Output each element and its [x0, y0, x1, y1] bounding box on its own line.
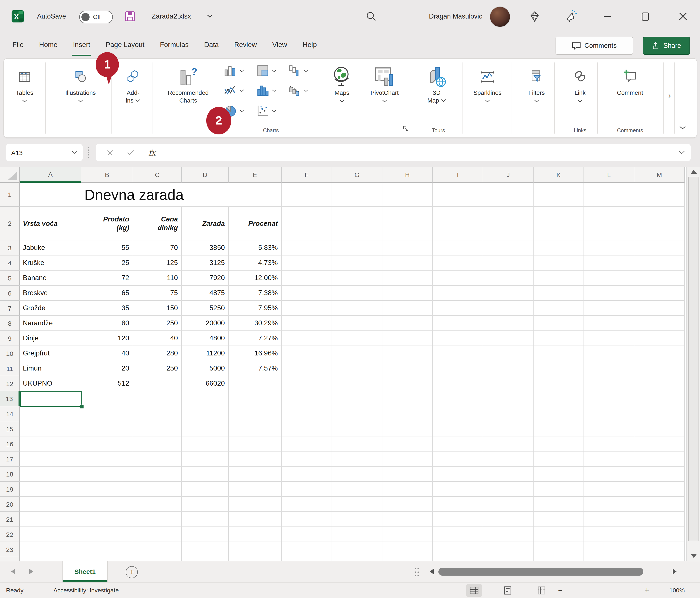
cell-H21[interactable] [382, 512, 433, 527]
row-header-17[interactable]: 17 [0, 452, 20, 467]
cell-I13[interactable] [433, 391, 483, 406]
cell-J22[interactable] [483, 527, 533, 542]
cell-F2[interactable] [282, 207, 332, 240]
row-header-22[interactable]: 22 [0, 527, 20, 542]
cell-F23[interactable] [282, 542, 332, 557]
hscroll-right-icon[interactable] [673, 569, 677, 574]
cell-F8[interactable] [282, 316, 332, 331]
cell-E4[interactable]: 4.73% [229, 256, 282, 270]
cell-G7[interactable] [332, 301, 382, 316]
cell-A20[interactable] [20, 497, 81, 512]
cell-H7[interactable] [382, 301, 433, 316]
insert-function-icon[interactable]: fx [148, 148, 156, 157]
cell-F21[interactable] [282, 512, 332, 527]
column-header-F[interactable]: F [282, 167, 332, 183]
cell-J14[interactable] [483, 406, 533, 421]
cell-H17[interactable] [382, 452, 433, 467]
cell-J18[interactable] [483, 467, 533, 482]
row-header-13[interactable]: 13 [0, 391, 20, 406]
cell-G14[interactable] [332, 406, 382, 421]
user-name[interactable]: Dragan Masulovic [406, 0, 482, 33]
cell-G6[interactable] [332, 286, 382, 301]
row-header-15[interactable]: 15 [0, 421, 20, 436]
cell-K6[interactable] [533, 286, 584, 301]
cell-G20[interactable] [332, 497, 382, 512]
cell-A4[interactable]: Kruške [20, 256, 81, 270]
row-header-18[interactable]: 18 [0, 467, 20, 482]
cell-E13[interactable] [229, 391, 282, 406]
cell-L9[interactable] [584, 331, 634, 346]
cell-H19[interactable] [382, 482, 433, 497]
insert-combo-chart-button[interactable] [288, 84, 308, 97]
cell-B6[interactable]: 65 [81, 286, 133, 301]
cell-B11[interactable]: 20 [81, 361, 133, 376]
cell-B14[interactable] [81, 406, 133, 421]
zoom-in-button[interactable]: + [645, 583, 649, 598]
cell-L12[interactable] [584, 376, 634, 391]
cell-E20[interactable] [229, 497, 282, 512]
cell-M24[interactable] [634, 557, 685, 561]
cell-D23[interactable] [182, 542, 229, 557]
cell-E7[interactable]: 7.95% [229, 301, 282, 316]
cell-F16[interactable] [282, 436, 332, 452]
cell-H3[interactable] [382, 240, 433, 256]
cell-B16[interactable] [81, 436, 133, 452]
row-header-3[interactable]: 3 [0, 240, 20, 256]
cell-H14[interactable] [382, 406, 433, 421]
row-header-12[interactable]: 12 [0, 376, 20, 391]
cell-K15[interactable] [533, 421, 584, 436]
cell-G23[interactable] [332, 542, 382, 557]
cell-M15[interactable] [634, 421, 685, 436]
cell-D6[interactable]: 4875 [182, 286, 229, 301]
cell-C22[interactable] [133, 527, 182, 542]
cell-A2[interactable]: Vrsta voća [20, 207, 81, 240]
cell-J4[interactable] [483, 256, 533, 270]
enter-check-icon[interactable] [127, 150, 134, 155]
cell-L5[interactable] [584, 270, 634, 286]
cell-L2[interactable] [584, 207, 634, 240]
cell-I4[interactable] [433, 256, 483, 270]
cell-F11[interactable] [282, 361, 332, 376]
cell-B13[interactable] [81, 391, 133, 406]
cell-D8[interactable]: 20000 [182, 316, 229, 331]
cell-I2[interactable] [433, 207, 483, 240]
cell-I14[interactable] [433, 406, 483, 421]
cell-A24[interactable] [20, 557, 81, 561]
cell-J12[interactable] [483, 376, 533, 391]
cell-H8[interactable] [382, 316, 433, 331]
cell-D13[interactable] [182, 391, 229, 406]
cell-I10[interactable] [433, 346, 483, 361]
cell-L4[interactable] [584, 256, 634, 270]
cell-C23[interactable] [133, 542, 182, 557]
expand-formula-bar-chevron-icon[interactable] [679, 151, 685, 154]
cell-A12[interactable]: UKUPNO [20, 376, 81, 391]
cell-E18[interactable] [229, 467, 282, 482]
cell-D11[interactable]: 5000 [182, 361, 229, 376]
cell-C20[interactable] [133, 497, 182, 512]
whats-new-megaphone-icon[interactable] [564, 10, 577, 23]
excel-app-icon[interactable]: X [11, 10, 24, 23]
cell-H22[interactable] [382, 527, 433, 542]
cell-H6[interactable] [382, 286, 433, 301]
cell-M19[interactable] [634, 482, 685, 497]
cell-A11[interactable]: Limun [20, 361, 81, 376]
insert-scatter-chart-button[interactable] [256, 104, 276, 117]
cell-G10[interactable] [332, 346, 382, 361]
cell-B23[interactable] [81, 542, 133, 557]
cell-C15[interactable] [133, 421, 182, 436]
cell-D5[interactable]: 7920 [182, 270, 229, 286]
cell-I8[interactable] [433, 316, 483, 331]
cell-M2[interactable] [634, 207, 685, 240]
cell-H1[interactable] [382, 183, 433, 207]
row-header-21[interactable]: 21 [0, 512, 20, 527]
cell-K22[interactable] [533, 527, 584, 542]
cell-K11[interactable] [533, 361, 584, 376]
cell-J23[interactable] [483, 542, 533, 557]
cell-E11[interactable]: 7.57% [229, 361, 282, 376]
cell-A9[interactable]: Dinje [20, 331, 81, 346]
cell-A21[interactable] [20, 512, 81, 527]
cell-H24[interactable] [382, 557, 433, 561]
cell-E5[interactable]: 12.00% [229, 270, 282, 286]
autosave-toggle[interactable]: Off [79, 11, 113, 23]
cell-C16[interactable] [133, 436, 182, 452]
